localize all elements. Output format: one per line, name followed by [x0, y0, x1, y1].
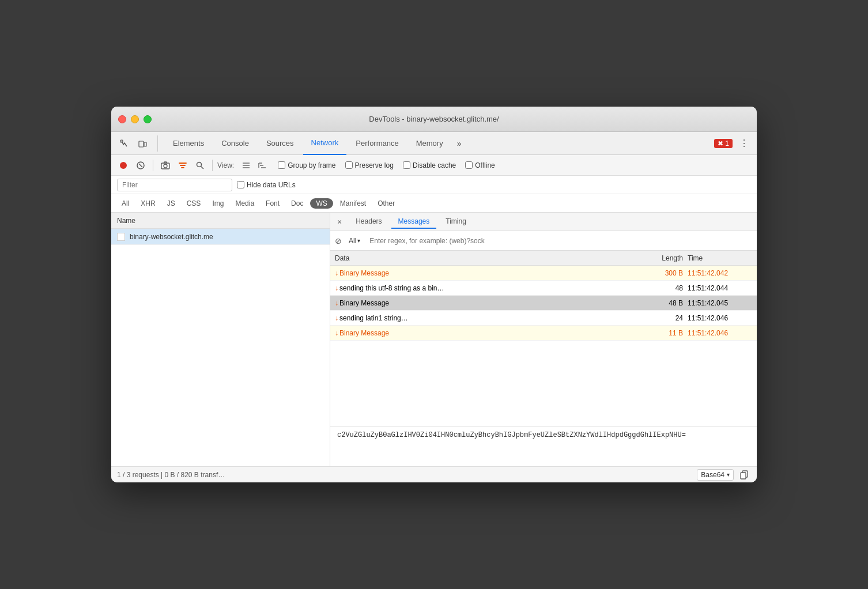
request-favicon	[117, 233, 125, 241]
toolbar: View: Group by frame	[111, 155, 757, 176]
clear-button[interactable]	[133, 158, 148, 173]
filter-type-ws[interactable]: WS	[310, 198, 333, 209]
traffic-lights	[118, 115, 152, 123]
message-length: 48 B	[639, 299, 685, 307]
svg-line-9	[201, 166, 204, 169]
requests-name-header: Name	[117, 217, 135, 225]
filter-type-img[interactable]: Img	[207, 198, 228, 209]
messages-filter-input[interactable]	[367, 236, 752, 246]
list-view-icon[interactable]	[239, 158, 254, 173]
filter-type-doc[interactable]: Doc	[286, 198, 308, 209]
messages-filter: ⊘ All ▾	[330, 231, 757, 251]
filter-type-bar: All XHR JS CSS Img Media Font Doc WS Man…	[111, 194, 757, 213]
maximize-button[interactable]	[144, 115, 152, 123]
message-time: 11:51:42.042	[685, 269, 754, 277]
message-length: 48	[639, 284, 685, 292]
filter-type-js[interactable]: JS	[163, 198, 180, 209]
group-by-frame-checkbox[interactable]	[278, 161, 285, 169]
message-row[interactable]: ↓sending this utf-8 string as a bin… 48 …	[330, 281, 757, 296]
minimize-button[interactable]	[131, 115, 139, 123]
tab-timing[interactable]: Timing	[439, 215, 473, 229]
message-time: 11:51:42.046	[685, 314, 754, 322]
base64-select[interactable]: Base64 ▾	[697, 469, 734, 481]
main-content: Name binary-websocket.glitch.me × Header…	[111, 213, 757, 466]
tab-headers[interactable]: Headers	[349, 215, 388, 229]
filter-type-manifest[interactable]: Manifest	[335, 198, 371, 209]
offline-label: Offline	[475, 161, 495, 169]
offline-checkbox-group: Offline	[465, 161, 495, 169]
message-detail: c2VuZGluZyB0aGlzIHV0Zi04IHN0cmluZyBhcyBh…	[330, 426, 757, 466]
tab-messages[interactable]: Messages	[391, 215, 437, 229]
requests-header: Name	[111, 213, 330, 229]
tab-right-icons: ✖ 1 ⋮	[714, 135, 752, 152]
window-title: DevTools - binary-websocket.glitch.me/	[369, 115, 499, 123]
tab-icon-group	[116, 135, 158, 152]
hide-data-urls-checkbox[interactable]	[237, 181, 244, 188]
device-icon[interactable]	[134, 135, 150, 152]
hide-data-urls-label: Hide data URLs	[247, 181, 296, 189]
tab-console[interactable]: Console	[213, 132, 257, 155]
error-badge[interactable]: ✖ 1	[714, 139, 733, 148]
copy-button[interactable]	[737, 468, 751, 482]
filter-button[interactable]	[175, 158, 190, 173]
camera-button[interactable]	[158, 158, 173, 173]
message-data: ↓Binary Message	[333, 269, 639, 277]
filter-type-media[interactable]: Media	[231, 198, 259, 209]
filter-type-all[interactable]: All	[117, 198, 134, 209]
tab-elements[interactable]: Elements	[165, 132, 212, 155]
message-row[interactable]: ↓Binary Message 300 B 11:51:42.042	[330, 266, 757, 281]
tab-more[interactable]: »	[452, 137, 466, 150]
message-data: ↓sending this utf-8 string as a bin…	[333, 284, 639, 292]
messages-panel: × Headers Messages Timing ⊘ All ▾	[330, 213, 757, 466]
tab-sources[interactable]: Sources	[258, 132, 302, 155]
tabs-bar: Elements Console Sources Network Perform…	[111, 132, 757, 155]
messages-filter-dropdown[interactable]: All ▾	[346, 236, 363, 246]
tab-performance[interactable]: Performance	[348, 132, 406, 155]
time-col-header: Time	[685, 254, 754, 262]
inspect-icon[interactable]	[116, 135, 132, 152]
tree-view-icon[interactable]	[255, 158, 270, 173]
close-button[interactable]	[118, 115, 126, 123]
disable-cache-label: Disable cache	[413, 161, 456, 169]
message-data: ↓Binary Message	[333, 299, 639, 307]
chevron-down-icon: ▾	[357, 237, 360, 244]
requests-panel: Name binary-websocket.glitch.me	[111, 213, 330, 466]
disable-cache-checkbox[interactable]	[403, 161, 410, 169]
close-panel-button[interactable]: ×	[335, 215, 344, 229]
more-options-icon[interactable]: ⋮	[736, 135, 752, 152]
filter-type-other[interactable]: Other	[373, 198, 399, 209]
filter-clear-icon[interactable]: ⊘	[335, 236, 342, 246]
arrow-icon: ↓	[335, 269, 338, 277]
filter-type-font[interactable]: Font	[261, 198, 284, 209]
message-length: 11 B	[639, 329, 685, 337]
filter-input[interactable]	[117, 179, 232, 191]
group-by-frame-label: Group by frame	[288, 161, 335, 169]
svg-line-5	[139, 164, 142, 167]
status-text: 1 / 3 requests | 0 B / 820 B transf…	[117, 471, 225, 479]
search-button[interactable]	[193, 158, 207, 173]
request-name: binary-websocket.glitch.me	[130, 233, 213, 241]
svg-point-8	[197, 162, 202, 167]
message-time: 11:51:42.046	[685, 329, 754, 337]
message-data: ↓Binary Message	[333, 329, 639, 337]
message-row[interactable]: ↓sending latin1 string… 24 11:51:42.046	[330, 311, 757, 326]
tab-memory[interactable]: Memory	[408, 132, 451, 155]
svg-rect-1	[139, 141, 144, 147]
request-item[interactable]: binary-websocket.glitch.me	[111, 229, 330, 245]
messages-table-header: Data Length Time	[330, 251, 757, 266]
tab-network[interactable]: Network	[303, 132, 347, 155]
chevron-down-icon: ▾	[727, 471, 730, 478]
filter-type-css[interactable]: CSS	[182, 198, 206, 209]
preserve-log-checkbox[interactable]	[345, 161, 353, 169]
toolbar-divider-2	[212, 160, 213, 171]
record-button[interactable]	[116, 158, 131, 173]
offline-checkbox[interactable]	[465, 161, 473, 169]
filter-type-xhr[interactable]: XHR	[136, 198, 160, 209]
arrow-icon: ↓	[335, 299, 338, 307]
data-col-header: Data	[333, 254, 639, 262]
message-row[interactable]: ↓Binary Message 48 B 11:51:42.045	[330, 296, 757, 311]
preserve-log-checkbox-group: Preserve log	[345, 161, 394, 169]
message-row[interactable]: ↓Binary Message 11 B 11:51:42.046	[330, 326, 757, 341]
message-length: 24	[639, 314, 685, 322]
view-label: View:	[217, 161, 234, 169]
